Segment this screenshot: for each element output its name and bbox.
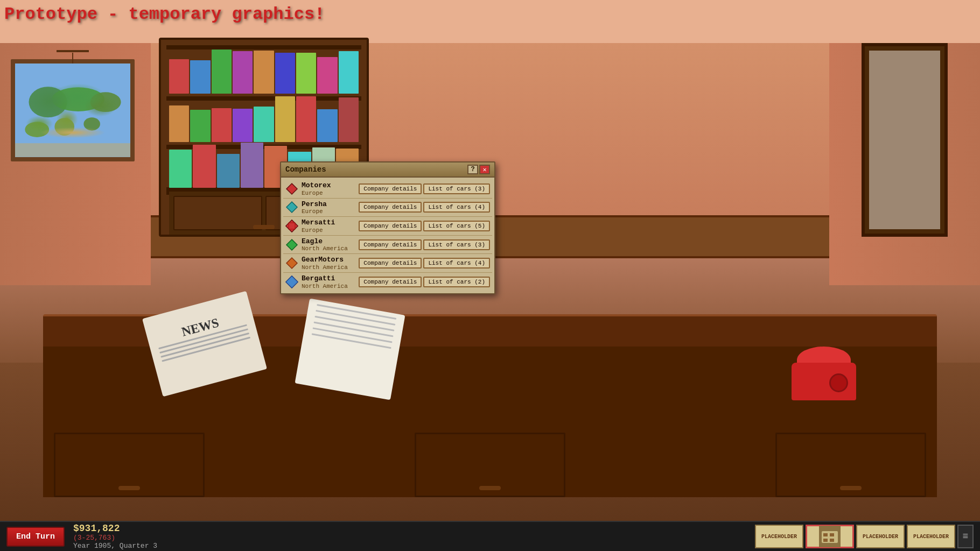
svg-point-2	[52, 87, 104, 111]
persha-icon	[285, 201, 298, 214]
mersatti-icon	[285, 220, 298, 232]
end-turn-button[interactable]: End Turn	[6, 527, 65, 547]
motorex-region: Europe	[302, 190, 355, 196]
shelf	[166, 96, 361, 101]
book	[241, 143, 263, 188]
gearmotors-cars-button[interactable]: List of cars (4)	[423, 258, 490, 269]
drawer-left	[173, 196, 262, 230]
book	[275, 96, 295, 142]
svg-rect-19	[823, 539, 828, 542]
gearmotors-info: GearMotorsNorth America	[302, 256, 355, 271]
mersatti-cars-button[interactable]: List of cars (5)	[423, 221, 490, 231]
persha-cars-button[interactable]: List of cars (4)	[423, 202, 490, 213]
motorex-name: Motorex	[302, 181, 355, 190]
svg-rect-0	[15, 63, 130, 157]
company-row-motorex: MotorexEuropeCompany detailsList of cars…	[283, 180, 492, 199]
mersatti-info: MersattiEurope	[302, 218, 355, 234]
book	[217, 154, 240, 188]
motorex-actions: Company detailsList of cars (3)	[359, 183, 490, 194]
map-hanger	[57, 50, 89, 52]
close-button[interactable]: ✕	[479, 165, 490, 174]
eagle-actions: Company detailsList of cars (3)	[359, 239, 490, 250]
svg-point-4	[25, 122, 49, 137]
svg-marker-9	[286, 202, 297, 213]
dialog-title: Companies	[285, 165, 326, 174]
desk-drawer-right	[775, 433, 926, 497]
persha-name: Persha	[302, 200, 355, 209]
mersatti-name: Mersatti	[302, 218, 355, 227]
motorex-icon	[285, 182, 298, 195]
svg-rect-10	[286, 220, 298, 232]
book	[317, 109, 337, 142]
companies-icon-button[interactable]	[806, 525, 854, 548]
company-row-mersatti: MersattiEuropeCompany detailsList of car…	[283, 217, 492, 236]
bottom-action-buttons: PLACEHOLDER PLACEHOLDER PLACEHOLDER ≡	[755, 525, 974, 548]
gearmotors-details-button[interactable]: Company details	[359, 258, 422, 269]
book	[275, 53, 295, 94]
placeholder-button-3[interactable]: PLACEHOLDER	[907, 525, 955, 548]
persha-details-button[interactable]: Company details	[359, 202, 422, 213]
desk-drawer-left	[54, 433, 205, 497]
book	[212, 50, 232, 94]
book	[190, 60, 210, 94]
persha-info: PershaEurope	[302, 200, 355, 215]
telephone	[792, 347, 862, 400]
gearmotors-region: North America	[302, 264, 355, 271]
book	[296, 53, 316, 94]
svg-point-6	[83, 117, 100, 130]
eagle-icon	[285, 238, 298, 251]
menu-button[interactable]: ≡	[957, 525, 974, 548]
bergatti-cars-button[interactable]: List of cars (2)	[423, 277, 490, 287]
bergatti-actions: Company detailsList of cars (2)	[359, 277, 490, 287]
papers	[295, 299, 405, 400]
placeholder-button-1[interactable]: PLACEHOLDER	[755, 525, 803, 548]
company-row-persha: PershaEuropeCompany detailsList of cars …	[283, 199, 492, 217]
companies-icon	[819, 526, 841, 547]
bergatti-info: BergattiNorth America	[302, 274, 355, 289]
svg-point-1	[29, 87, 67, 117]
svg-marker-12	[286, 239, 297, 250]
eagle-cars-button[interactable]: List of cars (3)	[423, 239, 490, 250]
book	[169, 150, 192, 188]
eagle-details-button[interactable]: Company details	[359, 239, 422, 250]
bergatti-name: Bergatti	[302, 274, 355, 283]
bottom-bar: End Turn $931,822 (3-25,763) Year 1905, …	[0, 521, 980, 551]
telephone-body	[792, 363, 856, 400]
bergatti-details-button[interactable]: Company details	[359, 277, 422, 287]
books-row-2	[169, 101, 359, 142]
drawer-handle	[118, 486, 140, 490]
book	[296, 96, 316, 142]
money-display: $931,822 (3-25,763) Year 1905, Quarter 3	[73, 523, 157, 550]
companies-list: MotorexEuropeCompany detailsList of cars…	[281, 178, 494, 293]
desk-drawer-center	[415, 433, 565, 497]
book	[212, 108, 232, 142]
bergatti-icon	[285, 276, 298, 288]
book	[254, 51, 274, 94]
mersatti-details-button[interactable]: Company details	[359, 221, 422, 231]
money-change: (3-25,763)	[73, 534, 157, 542]
svg-rect-7	[15, 143, 130, 157]
dialog-titlebar: Companies ? ✕	[281, 163, 494, 178]
motorex-info: MotorexEurope	[302, 181, 355, 196]
gearmotors-actions: Company detailsList of cars (4)	[359, 258, 490, 269]
book	[190, 110, 210, 142]
svg-rect-14	[286, 276, 298, 288]
svg-rect-18	[830, 533, 834, 536]
company-row-bergatti: BergattiNorth AmericaCompany detailsList…	[283, 273, 492, 291]
telephone-dial	[829, 373, 848, 392]
help-button[interactable]: ?	[467, 165, 478, 174]
bergatti-region: North America	[302, 283, 355, 289]
book	[233, 109, 253, 142]
dialog-controls: ? ✕	[467, 165, 490, 174]
placeholder-button-2[interactable]: PLACEHOLDER	[856, 525, 905, 548]
eagle-name: Eagle	[302, 237, 355, 246]
svg-point-3	[90, 92, 121, 112]
book	[193, 145, 215, 188]
gearmotors-name: GearMotors	[302, 256, 355, 264]
eagle-info: EagleNorth America	[302, 237, 355, 252]
company-row-eagle: EagleNorth AmericaCompany detailsList of…	[283, 236, 492, 255]
svg-rect-20	[830, 539, 834, 542]
drawer-handle	[840, 486, 862, 490]
motorex-cars-button[interactable]: List of cars (3)	[423, 183, 490, 194]
motorex-details-button[interactable]: Company details	[359, 183, 422, 194]
